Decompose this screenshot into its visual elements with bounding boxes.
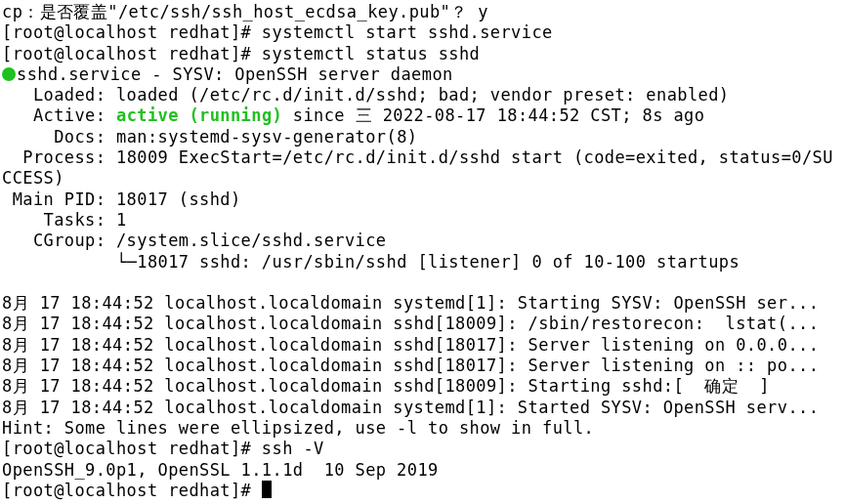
output-line: OpenSSH_9.0p1, OpenSSL 1.1.1d 10 Sep 201… (2, 460, 439, 480)
output-line: [root@localhost redhat]# systemctl start… (2, 22, 553, 42)
output-line: 8月 17 18:44:52 localhost.localdomain sys… (2, 293, 819, 313)
output-line: [root@localhost redhat]# systemctl statu… (2, 44, 480, 63)
output-line: Tasks: 1 (2, 210, 127, 230)
output-line: 8月 17 18:44:52 localhost.localdomain ssh… (2, 356, 819, 375)
output-line: 8月 17 18:44:52 localhost.localdomain sys… (2, 398, 819, 417)
status-dot-icon (2, 67, 16, 81)
output-line: CGroup: /system.slice/sshd.service (2, 231, 387, 250)
output-line: since 三 2022-08-17 18:44:52 CST; 8s ago (282, 105, 704, 125)
active-status: active (running) (116, 105, 282, 125)
output-line: 8月 17 18:44:52 localhost.localdomain ssh… (2, 335, 819, 355)
output-line: sshd.service - SYSV: OpenSSH server daem… (17, 64, 453, 84)
output-line: Main PID: 18017 (sshd) (2, 189, 241, 209)
output-line: Loaded: loaded (/etc/rc.d/init.d/sshd; b… (2, 85, 729, 105)
shell-prompt[interactable]: [root@localhost redhat]# (2, 481, 262, 500)
terminal-output[interactable]: cp：是否覆盖"/etc/ssh/ssh_host_ecdsa_key.pub"… (0, 0, 845, 503)
output-line: Docs: man:systemd-sysv-generator(8) (2, 127, 417, 147)
output-line: Hint: Some lines were ellipsized, use -l… (2, 418, 594, 438)
output-line: [root@localhost redhat]# ssh -V (2, 439, 324, 458)
output-line: 8月 17 18:44:52 localhost.localdomain ssh… (2, 376, 770, 396)
output-line: Process: 18009 ExecStart=/etc/rc.d/init.… (2, 147, 833, 188)
output-line: cp：是否覆盖"/etc/ssh/ssh_host_ecdsa_key.pub"… (2, 2, 488, 21)
output-line: └─18017 sshd: /usr/sbin/sshd [listener] … (2, 252, 739, 272)
output-line: 8月 17 18:44:52 localhost.localdomain ssh… (2, 314, 819, 333)
cursor-block-icon (262, 481, 272, 498)
output-line: Active: (2, 105, 116, 125)
